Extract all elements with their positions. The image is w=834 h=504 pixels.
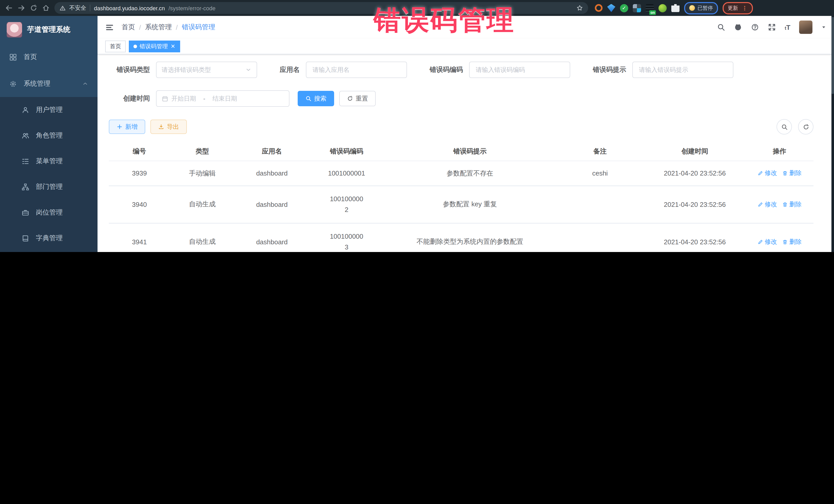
- browser-menu-icon[interactable]: [742, 5, 748, 11]
- error-code-field[interactable]: [469, 62, 570, 78]
- tags-view-bar: 首页 错误码管理: [97, 39, 834, 54]
- edit-link[interactable]: 修改: [758, 238, 777, 246]
- column-header: 错误码编码: [309, 141, 384, 161]
- pencil-icon: [758, 239, 763, 245]
- app-name-field[interactable]: [306, 62, 407, 78]
- user-avatar[interactable]: [799, 21, 812, 34]
- reload-icon[interactable]: [30, 4, 38, 12]
- table-cell: dashboard: [235, 193, 309, 217]
- search-icon: [781, 124, 788, 130]
- date-range-picker[interactable]: 开始日期 - 结束日期: [156, 90, 289, 107]
- column-header: 备注: [556, 141, 644, 161]
- add-button[interactable]: 新增: [109, 119, 145, 134]
- table-cell: ceshi: [556, 161, 644, 185]
- sidebar-item[interactable]: 字典管理: [0, 225, 97, 251]
- extension-icon[interactable]: [633, 4, 641, 12]
- refresh-table-button[interactable]: [798, 119, 813, 134]
- app-name-input[interactable]: [311, 66, 401, 74]
- error-code-cell: 1001000003: [309, 224, 384, 252]
- github-icon[interactable]: [734, 23, 742, 31]
- logo-row: 芋道管理系统: [0, 16, 97, 44]
- table-cell: 3941: [109, 230, 170, 252]
- delete-link[interactable]: 删除: [782, 200, 802, 209]
- chevron-down-icon: [245, 67, 251, 73]
- emoji-icon: [689, 5, 695, 11]
- hamburger-icon[interactable]: [105, 23, 114, 31]
- search-button[interactable]: 搜索: [298, 91, 334, 106]
- tab-close-icon[interactable]: [170, 44, 176, 49]
- export-button[interactable]: 导出: [150, 119, 187, 134]
- back-icon[interactable]: [5, 4, 13, 12]
- reset-button[interactable]: 重置: [339, 91, 376, 106]
- table-row[interactable]: 3941自动生成dashboard1001000003不能删除类型为系统内置的参…: [109, 224, 813, 252]
- operation-cell: 修改删除: [745, 161, 813, 185]
- sidebar-item[interactable]: 通知公告: [0, 251, 97, 252]
- update-button[interactable]: 更新: [723, 2, 753, 14]
- table-cell: 不能删除类型为系统内置的参数配置: [384, 230, 556, 252]
- page-content: 错误码类型 请选择错误码类型 应用名 错误码编码: [97, 54, 834, 252]
- delete-link[interactable]: 删除: [782, 169, 802, 178]
- filter-type-label: 错误码类型: [109, 65, 150, 74]
- extension-icon[interactable]: [658, 4, 667, 12]
- table-cell: 2021-04-20 23:52:56: [644, 161, 746, 185]
- divider: [90, 5, 90, 11]
- forward-icon[interactable]: [18, 4, 25, 12]
- breadcrumb-current: 错误码管理: [182, 23, 215, 32]
- show-search-button[interactable]: [776, 119, 792, 134]
- user-icon: [22, 106, 29, 114]
- extension-icon[interactable]: [595, 4, 602, 12]
- edit-link[interactable]: 修改: [758, 169, 777, 178]
- tab-home[interactable]: 首页: [105, 40, 126, 52]
- table-cell: [556, 230, 644, 252]
- table-row[interactable]: 3939手动编辑dashboard1001000001参数配置不存在ceshi2…: [109, 161, 813, 186]
- plus-icon: [116, 124, 123, 130]
- paused-badge[interactable]: 已暂停: [684, 2, 718, 14]
- download-icon: [158, 124, 164, 130]
- column-header: 错误码提示: [384, 141, 556, 161]
- sidebar-item[interactable]: 部门管理: [0, 174, 97, 200]
- error-type-select[interactable]: 请选择错误码类型: [156, 62, 257, 78]
- extension-icon[interactable]: ✓: [620, 4, 628, 12]
- edit-link[interactable]: 修改: [758, 200, 777, 209]
- table-row[interactable]: 3940自动生成dashboard1001000002参数配置 key 重复20…: [109, 186, 813, 224]
- fullscreen-icon[interactable]: [768, 23, 776, 31]
- delete-link[interactable]: 删除: [782, 238, 802, 246]
- extension-icon[interactable]: on: [646, 4, 654, 12]
- url-host: dashboard.yudao.iocoder.cn: [94, 5, 165, 11]
- search-icon: [305, 95, 311, 102]
- sidebar-item[interactable]: 菜单管理: [0, 148, 97, 174]
- avatar-caret-icon[interactable]: [821, 25, 826, 30]
- error-hint-field[interactable]: [632, 62, 733, 78]
- sidebar: 芋道管理系统 首页系统管理用户管理角色管理菜单管理部门管理岗位管理字典管理通知公…: [0, 16, 97, 252]
- table-cell: [556, 193, 644, 217]
- error-hint-input[interactable]: [638, 66, 728, 74]
- pencil-icon: [758, 202, 763, 207]
- table-cell: 参数配置不存在: [384, 161, 556, 185]
- breadcrumb-home[interactable]: 首页: [122, 23, 135, 32]
- chevron-up-icon: [82, 81, 88, 87]
- url-path: /system/error-code: [168, 5, 215, 11]
- error-code-input[interactable]: [475, 66, 565, 74]
- error-code-table: 编号类型应用名错误码编码错误码提示备注创建时间操作3939手动编辑dashboa…: [109, 141, 813, 252]
- bookmark-star-icon[interactable]: [576, 5, 583, 11]
- refresh-icon: [347, 95, 353, 102]
- sidebar-item[interactable]: 用户管理: [0, 97, 97, 123]
- sidebar-item[interactable]: 岗位管理: [0, 200, 97, 225]
- window-scrollbar[interactable]: [831, 16, 834, 252]
- font-size-icon[interactable]: tT: [785, 23, 790, 31]
- help-icon[interactable]: [751, 23, 759, 31]
- breadcrumb-system[interactable]: 系统管理: [145, 23, 172, 32]
- extension-icon[interactable]: [607, 4, 615, 12]
- home-icon[interactable]: [42, 4, 50, 12]
- sidebar-item[interactable]: 角色管理: [0, 123, 97, 148]
- filter-created-label: 创建时间: [109, 94, 150, 103]
- header-search-icon[interactable]: [717, 23, 725, 31]
- sidebar-item[interactable]: 首页: [0, 44, 97, 70]
- tab-error-code[interactable]: 错误码管理: [129, 40, 180, 52]
- submenu: 用户管理角色管理菜单管理部门管理岗位管理字典管理通知公告审计日志在线用户短信管理…: [0, 97, 97, 252]
- table-cell: 3939: [109, 161, 170, 185]
- extensions-puzzle-icon[interactable]: [671, 4, 680, 12]
- sidebar-item[interactable]: 系统管理: [0, 70, 97, 97]
- filter-hint-label: 错误码提示: [593, 65, 626, 74]
- table-cell: 手动编辑: [170, 161, 235, 185]
